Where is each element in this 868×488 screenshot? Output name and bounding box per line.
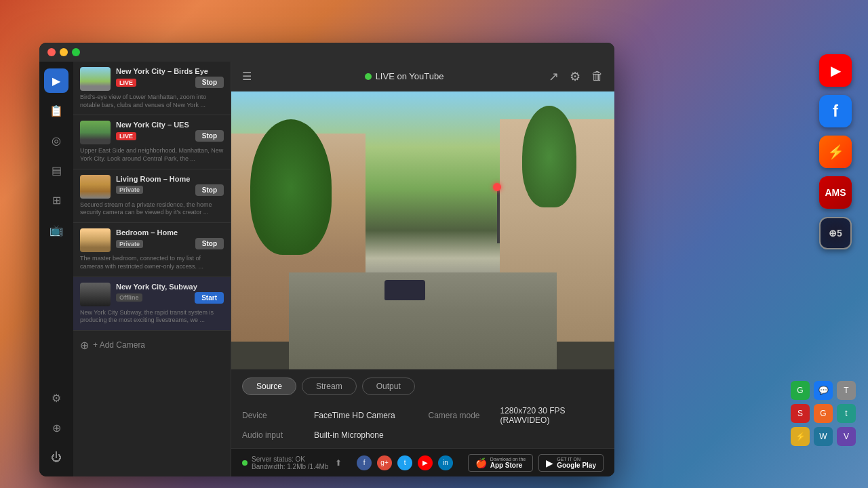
server-status-text: Server status: OK <box>252 455 328 463</box>
status-badge-5: Offline <box>116 293 142 302</box>
camera-thumb-3 <box>80 175 111 199</box>
tab-stream[interactable]: Stream <box>302 378 357 395</box>
top-bar: ☰ LIVE on YouTube ↗ ⚙ 🗑 <box>231 62 614 92</box>
facebook-app-icon[interactable]: f <box>819 95 852 127</box>
camera-mode-value: 868x488 30 FPS (RAWVIDEO) <box>500 406 604 425</box>
bottom-panel: Source Stream Output Device FaceTime HD … <box>231 369 614 448</box>
mini-icon-5[interactable]: G <box>814 404 833 423</box>
video-icon: 📺 <box>50 224 63 237</box>
status-badge-4: Private <box>116 240 143 248</box>
stop-button-2[interactable]: Stop <box>195 130 224 142</box>
camera-status-row-2: LIVE Stop <box>116 130 224 142</box>
list-icon: ▤ <box>52 164 62 177</box>
trash-icon[interactable]: 🗑 <box>591 69 604 83</box>
google-play-text: GET IT ON Google Play <box>557 457 596 469</box>
audio-input-row: Audio input Built-in Microphone <box>242 430 418 440</box>
camera-status-row-4: Private Stop <box>116 238 224 249</box>
footer-social-icons: f g+ t ▶ in <box>357 455 453 470</box>
camera-thumb-5 <box>80 283 111 306</box>
street-tree-right <box>522 106 576 207</box>
device-row: Device FaceTime HD Camera <box>242 406 418 425</box>
audio-input-label: Audio input <box>242 430 303 440</box>
stop-button-1[interactable]: Stop <box>195 77 224 88</box>
sidebar-icon-media[interactable]: 📋 <box>44 98 68 123</box>
footer-twitter-icon[interactable]: t <box>397 455 412 470</box>
stop-button-4[interactable]: Stop <box>195 238 224 249</box>
camera-header-2: New York City – UES LIVE Stop <box>80 121 224 144</box>
camera-header-5: New York City, Subway Offline Start <box>80 283 224 306</box>
tab-row: Source Stream Output <box>242 378 604 395</box>
camera-info-4: Bedroom – Home Private Stop <box>116 228 224 251</box>
mini-icon-1[interactable]: G <box>791 381 810 400</box>
sidebar-icon-list[interactable]: ▤ <box>44 158 68 182</box>
five-app-icon[interactable]: ⊕5 <box>819 217 852 249</box>
right-panel: ☰ LIVE on YouTube ↗ ⚙ 🗑 <box>231 62 614 476</box>
camera-item-5[interactable]: New York City, Subway Offline Start New … <box>73 277 231 331</box>
upload-icon: ⬆ <box>335 458 342 468</box>
camera-list: New York City – Birds Eye LIVE Stop Bird… <box>73 62 231 476</box>
sidebar-icon-grid[interactable]: ⊞ <box>44 188 68 212</box>
footer-youtube-icon[interactable]: ▶ <box>418 455 433 470</box>
maximize-button[interactable] <box>72 48 80 56</box>
camera-item-4[interactable]: Bedroom – Home Private Stop The master b… <box>73 223 231 277</box>
camera-header-3: Living Room – Home Private Stop <box>80 175 224 199</box>
camera-item-3[interactable]: Living Room – Home Private Stop Secured … <box>73 169 231 223</box>
mini-icon-3[interactable]: T <box>837 381 856 400</box>
sidebar-icon-power[interactable]: ⏻ <box>44 445 68 470</box>
mini-icon-7[interactable]: ⚡ <box>791 427 810 446</box>
close-button[interactable] <box>47 48 56 56</box>
footer-googleplus-icon[interactable]: g+ <box>377 455 392 470</box>
title-bar <box>39 43 614 62</box>
sidebar-icon-video[interactable]: 📺 <box>44 218 68 242</box>
minimize-button[interactable] <box>60 48 68 56</box>
mini-icon-row-1: G 💬 T <box>791 381 856 400</box>
sidebar-icon-location[interactable]: ◎ <box>44 128 68 152</box>
mini-icon-row-3: ⚡ W V <box>791 427 856 446</box>
youtube-app-icon[interactable]: ▶ <box>819 54 852 87</box>
tab-source[interactable]: Source <box>242 378 296 395</box>
menu-icon[interactable]: ☰ <box>242 70 252 83</box>
server-status-dot <box>242 460 248 466</box>
camera-status-row-5: Offline Start <box>116 292 224 304</box>
start-button-5[interactable]: Start <box>195 292 224 304</box>
camera-item-1[interactable]: New York City – Birds Eye LIVE Stop Bird… <box>73 62 231 115</box>
footer-facebook-icon[interactable]: f <box>357 455 372 470</box>
live-dot <box>365 73 372 80</box>
bolt-app-icon[interactable]: ⚡ <box>819 136 852 168</box>
footer-linkedin-icon[interactable]: in <box>438 455 453 470</box>
camera-name-5: New York City, Subway <box>116 283 224 291</box>
mini-icon-6[interactable]: t <box>837 404 856 423</box>
camera-desc-4: The master bedroom, connected to my list… <box>80 255 224 270</box>
camera-name-2: New York City – UES <box>116 121 224 129</box>
add-camera-label: + Add Camera <box>93 340 145 350</box>
settings-gear-icon[interactable]: ⚙ <box>570 69 580 84</box>
mini-icon-4[interactable]: S <box>791 404 810 423</box>
sidebar-icon-home[interactable]: ▶ <box>44 68 68 93</box>
google-play-button[interactable]: ▶ GET IT ON Google Play <box>538 454 604 472</box>
stop-button-3[interactable]: Stop <box>195 184 224 196</box>
camera-item-2[interactable]: New York City – UES LIVE Stop Upper East… <box>73 115 231 169</box>
add-icon: ⊕ <box>52 422 61 434</box>
apple-app-store-button[interactable]: 🍎 Download on the App Store <box>468 454 534 472</box>
mini-icon-8[interactable]: W <box>814 427 833 446</box>
apple-icon: 🍎 <box>475 458 487 468</box>
tab-output[interactable]: Output <box>362 378 415 395</box>
camera-header-1: New York City – Birds Eye LIVE Stop <box>80 67 224 91</box>
location-icon: ◎ <box>52 134 61 147</box>
bottom-right-mini-icons: G 💬 T S G t ⚡ W V <box>791 381 856 446</box>
mini-icon-2[interactable]: 💬 <box>814 381 833 400</box>
settings-icon: ⚙ <box>52 392 61 405</box>
main-content: ▶ 📋 ◎ ▤ ⊞ 📺 ⚙ ⊕ <box>39 62 614 476</box>
add-camera-button[interactable]: ⊕ + Add Camera <box>73 331 231 360</box>
camera-name-4: Bedroom – Home <box>116 228 224 237</box>
server-status: Server status: OK Bandwidth: 1.2Mb /1.4M… <box>242 455 342 470</box>
preview-image <box>231 92 614 369</box>
ams-app-icon[interactable]: AMS <box>819 176 852 209</box>
share-icon[interactable]: ↗ <box>549 69 559 84</box>
camera-status-row-1: LIVE Stop <box>116 77 224 88</box>
camera-desc-3: Secured stream of a private residence, t… <box>80 201 224 217</box>
sidebar-icon-add[interactable]: ⊕ <box>44 415 68 440</box>
mini-icon-9[interactable]: V <box>837 427 856 446</box>
sidebar-icon-settings[interactable]: ⚙ <box>44 386 68 410</box>
camera-status-row-3: Private Stop <box>116 184 224 196</box>
